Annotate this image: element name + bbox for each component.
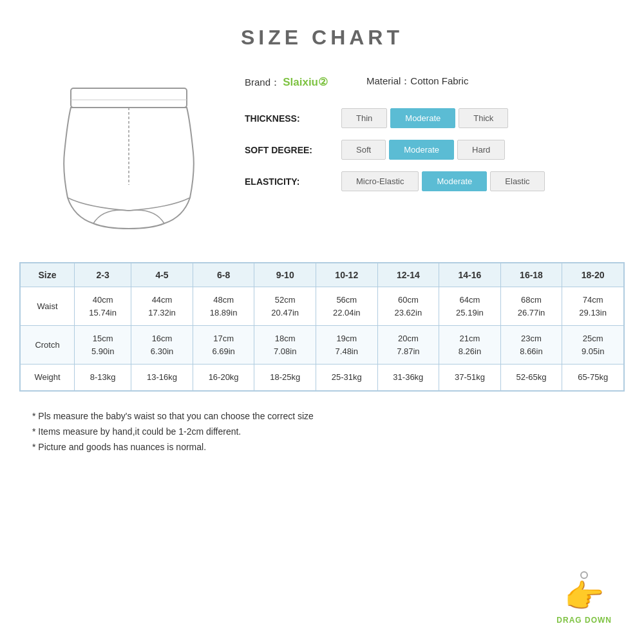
brand-label: Brand： — [245, 77, 280, 88]
elasticity-row: ELASTICITY: Micro-Elastic Moderate Elast… — [245, 171, 612, 191]
crotch-6-8: 17cm6.69in — [193, 326, 254, 365]
brand-info: Brand： Slaixiu② — [245, 75, 328, 89]
notes-section: * Pls measure the baby's waist so that y… — [19, 411, 625, 452]
row-label-weight: Weight — [21, 365, 75, 391]
weight-2-3: 8-13kg — [75, 365, 131, 391]
drag-down-label: DRAG DOWN — [556, 616, 612, 625]
elasticity-label: ELASTICITY: — [245, 176, 328, 187]
row-label-crotch: Crotch — [21, 326, 75, 365]
crotch-2-3: 15cm5.90in — [75, 326, 131, 365]
table-row: Crotch 15cm5.90in 16cm6.30in 17cm6.69in … — [21, 326, 624, 365]
elasticity-elastic[interactable]: Elastic — [490, 171, 544, 191]
weight-16-18: 52-65kg — [500, 365, 562, 391]
weight-4-5: 13-16kg — [131, 365, 193, 391]
elasticity-micro[interactable]: Micro-Elastic — [341, 171, 419, 191]
soft-degree-hard[interactable]: Hard — [457, 140, 505, 160]
brand-material: Brand： Slaixiu② Material：Cotton Fabric — [245, 75, 612, 89]
waist-4-5: 44cm17.32in — [131, 287, 193, 326]
crotch-9-10: 18cm7.08in — [254, 326, 316, 365]
waist-9-10: 52cm20.47in — [254, 287, 316, 326]
col-header-size: Size — [21, 263, 75, 287]
crotch-12-14: 20cm7.87in — [377, 326, 439, 365]
crotch-14-16: 21cm8.26in — [439, 326, 501, 365]
weight-6-8: 16-20kg — [193, 365, 254, 391]
garment-image — [32, 69, 225, 243]
soft-degree-row: SOFT DEGREE: Soft Moderate Hard — [245, 140, 612, 160]
thickness-label: THICKNESS: — [245, 113, 328, 124]
page: SIZE CHART — [0, 0, 644, 644]
weight-18-20: 65-75kg — [562, 365, 624, 391]
brand-name: Slaixiu② — [283, 76, 328, 88]
svg-rect-0 — [71, 88, 187, 108]
note-2: * Items measure by hand,it could be 1-2c… — [32, 426, 612, 437]
size-table: Size 2-3 4-5 6-8 9-10 10-12 12-14 14-16 … — [20, 263, 624, 391]
waist-12-14: 60cm23.62in — [377, 287, 439, 326]
crotch-16-18: 23cm8.66in — [500, 326, 562, 365]
attributes-section: Brand： Slaixiu② Material：Cotton Fabric T… — [245, 69, 612, 203]
weight-10-12: 25-31kg — [316, 365, 377, 391]
waist-18-20: 74cm29.13in — [562, 287, 624, 326]
col-header-9-10: 9-10 — [254, 263, 316, 287]
soft-degree-soft[interactable]: Soft — [341, 140, 386, 160]
waist-2-3: 40cm15.74in — [75, 287, 131, 326]
weight-12-14: 31-36kg — [377, 365, 439, 391]
weight-9-10: 18-25kg — [254, 365, 316, 391]
thickness-thick[interactable]: Thick — [459, 108, 508, 128]
col-header-12-14: 12-14 — [377, 263, 439, 287]
waist-6-8: 48cm18.89in — [193, 287, 254, 326]
col-header-16-18: 16-18 — [500, 263, 562, 287]
thickness-moderate[interactable]: Moderate — [390, 108, 455, 128]
table-row: Weight 8-13kg 13-16kg 16-20kg 18-25kg 25… — [21, 365, 624, 391]
thickness-row: THICKNESS: Thin Moderate Thick — [245, 108, 612, 128]
page-title: SIZE CHART — [19, 13, 625, 69]
waist-10-12: 56cm22.04in — [316, 287, 377, 326]
waist-14-16: 64cm25.19in — [439, 287, 501, 326]
col-header-10-12: 10-12 — [316, 263, 377, 287]
drag-down: 👉 DRAG DOWN — [556, 571, 612, 625]
soft-degree-moderate[interactable]: Moderate — [389, 140, 454, 160]
col-header-2-3: 2-3 — [75, 263, 131, 287]
soft-degree-options: Soft Moderate Hard — [341, 140, 505, 160]
waist-16-18: 68cm26.77in — [500, 287, 562, 326]
elasticity-options: Micro-Elastic Moderate Elastic — [341, 171, 545, 191]
weight-14-16: 37-51kg — [439, 365, 501, 391]
col-header-6-8: 6-8 — [193, 263, 254, 287]
col-header-4-5: 4-5 — [131, 263, 193, 287]
crotch-4-5: 16cm6.30in — [131, 326, 193, 365]
note-3: * Picture and goods has nuances is norma… — [32, 442, 612, 452]
table-row: Waist 40cm15.74in 44cm17.32in 48cm18.89i… — [21, 287, 624, 326]
soft-degree-label: SOFT DEGREE: — [245, 145, 328, 155]
crotch-18-20: 25cm9.05in — [562, 326, 624, 365]
thickness-options: Thin Moderate Thick — [341, 108, 508, 128]
thickness-thin[interactable]: Thin — [341, 108, 387, 128]
col-header-18-20: 18-20 — [562, 263, 624, 287]
col-header-14-16: 14-16 — [439, 263, 501, 287]
hand-icon: 👉 — [556, 580, 612, 612]
material-info: Material：Cotton Fabric — [366, 75, 468, 89]
crotch-10-12: 19cm7.48in — [316, 326, 377, 365]
top-section: Brand： Slaixiu② Material：Cotton Fabric T… — [19, 69, 625, 243]
size-table-container: Size 2-3 4-5 6-8 9-10 10-12 12-14 14-16 … — [19, 262, 625, 392]
note-1: * Pls measure the baby's waist so that y… — [32, 411, 612, 421]
elasticity-moderate[interactable]: Moderate — [422, 171, 487, 191]
row-label-waist: Waist — [21, 287, 75, 326]
